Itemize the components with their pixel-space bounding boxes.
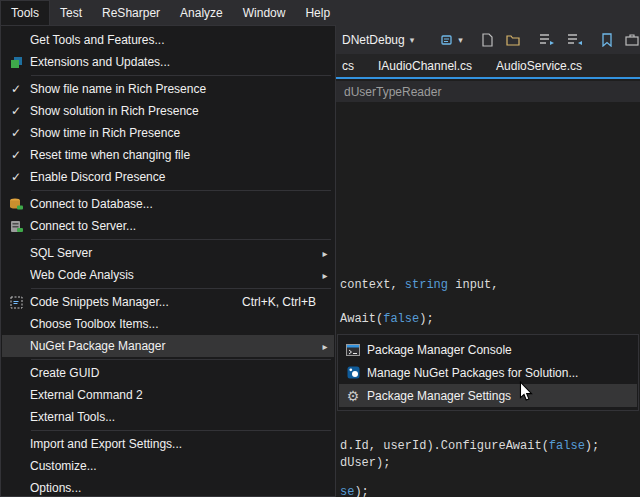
console-icon bbox=[339, 344, 367, 356]
menu-separator bbox=[31, 430, 331, 431]
menu-item-label: Options... bbox=[30, 481, 334, 495]
menubar-item-label: Analyze bbox=[180, 6, 223, 20]
menu-item-label: Code Snippets Manager... bbox=[30, 295, 242, 309]
menu-item-label: Reset time when changing file bbox=[30, 148, 334, 162]
menubar-item-label: ReSharper bbox=[102, 6, 160, 20]
code-token: dUser); bbox=[340, 456, 390, 470]
menu-item-label: Connect to Server... bbox=[30, 219, 334, 233]
code-token: false bbox=[383, 312, 419, 326]
menu-item-label: Connect to Database... bbox=[30, 197, 334, 211]
menu-item-connect-to-server[interactable]: Connect to Server... bbox=[2, 215, 334, 237]
chevron-down-icon: ▾ bbox=[410, 35, 415, 45]
code-token: se bbox=[340, 485, 354, 497]
menu-item-label: Manage NuGet Packages for Solution... bbox=[367, 366, 637, 380]
menu-item-label: SQL Server bbox=[30, 246, 316, 260]
menu-item-connect-to-database[interactable]: Connect to Database... bbox=[2, 193, 334, 215]
menu-item-options[interactable]: Options... bbox=[2, 477, 334, 497]
submenu-arrow-icon: ▸ bbox=[316, 248, 334, 259]
menu-item-create-guid[interactable]: Create GUID bbox=[2, 362, 334, 384]
submenu-arrow-icon: ▸ bbox=[316, 270, 334, 281]
breadcrumb: dUserTypeReader bbox=[344, 85, 441, 99]
menubar-item-label: Tools bbox=[11, 6, 39, 20]
menu-item-label: Get Tools and Features... bbox=[30, 33, 334, 47]
tab-partial[interactable]: cs bbox=[338, 54, 366, 77]
nuget-package-manager-submenu: Package Manager Console Manage NuGet Pac… bbox=[337, 334, 639, 411]
menu-separator bbox=[31, 239, 331, 240]
code-token: false bbox=[549, 439, 585, 453]
submenu-item-package-manager-settings[interactable]: ⚙ Package Manager Settings bbox=[339, 384, 637, 407]
menubar-item-tools[interactable]: Tools bbox=[0, 0, 50, 25]
menu-item-external-command-2[interactable]: External Command 2 bbox=[2, 384, 334, 406]
menubar-item-help[interactable]: Help bbox=[295, 0, 340, 25]
tab-audioservice[interactable]: AudioService.cs bbox=[484, 54, 594, 77]
menu-item-show-solution-rich-presence[interactable]: ✓ Show solution in Rich Presence bbox=[2, 100, 334, 122]
code-token: Await( bbox=[340, 312, 383, 326]
nuget-icon bbox=[339, 366, 367, 379]
tab-iaudiochannel[interactable]: IAudioChannel.cs bbox=[366, 54, 484, 77]
menubar-item-label: Help bbox=[305, 6, 330, 20]
menu-separator bbox=[31, 288, 331, 289]
comment-lines-icon[interactable] bbox=[536, 33, 558, 46]
code-token: context, bbox=[340, 278, 405, 292]
menu-item-enable-discord-presence[interactable]: ✓ Enable Discord Presence bbox=[2, 166, 334, 188]
menu-item-label: External Command 2 bbox=[30, 388, 334, 402]
menu-item-web-code-analysis[interactable]: Web Code Analysis ▸ bbox=[2, 264, 334, 286]
code-token: ); bbox=[419, 312, 433, 326]
chevron-down-icon: ▾ bbox=[458, 35, 463, 45]
code-token: input, bbox=[448, 278, 498, 292]
menubar-item-test[interactable]: Test bbox=[50, 0, 92, 25]
menu-item-shortcut: Ctrl+K, Ctrl+B bbox=[242, 295, 316, 309]
menu-item-external-tools[interactable]: External Tools... bbox=[2, 406, 334, 428]
menu-item-label: Customize... bbox=[30, 459, 334, 473]
tools-menu: Get Tools and Features... Extensions and… bbox=[0, 25, 336, 497]
tab-label: IAudioChannel.cs bbox=[378, 59, 472, 73]
submenu-item-manage-nuget-packages-for-solution[interactable]: Manage NuGet Packages for Solution... bbox=[339, 361, 637, 384]
server-icon bbox=[2, 220, 30, 233]
check-icon: ✓ bbox=[2, 126, 30, 140]
uncomment-lines-icon[interactable] bbox=[564, 33, 586, 46]
open-file-icon[interactable] bbox=[503, 33, 524, 47]
code-token: string bbox=[405, 278, 448, 292]
menu-item-choose-toolbox-items[interactable]: Choose Toolbox Items... bbox=[2, 313, 334, 335]
tab-label: AudioService.cs bbox=[496, 59, 582, 73]
check-icon: ✓ bbox=[2, 148, 30, 162]
menu-item-sql-server[interactable]: SQL Server ▸ bbox=[2, 242, 334, 264]
tab-label: cs bbox=[342, 59, 354, 73]
menu-item-import-export-settings[interactable]: Import and Export Settings... bbox=[2, 433, 334, 455]
menubar-item-analyze[interactable]: Analyze bbox=[170, 0, 233, 25]
menu-item-label: Package Manager Console bbox=[367, 343, 637, 357]
menu-item-label: Show time in Rich Presence bbox=[30, 126, 334, 140]
menu-item-show-file-name-rich-presence[interactable]: ✓ Show file name in Rich Presence bbox=[2, 78, 334, 100]
code-line: se); bbox=[340, 485, 369, 497]
check-icon: ✓ bbox=[2, 82, 30, 96]
menu-item-show-time-rich-presence[interactable]: ✓ Show time in Rich Presence bbox=[2, 122, 334, 144]
menu-item-code-snippets-manager[interactable]: Code Snippets Manager... Ctrl+K, Ctrl+B bbox=[2, 291, 334, 313]
menu-item-nuget-package-manager[interactable]: NuGet Package Manager ▸ bbox=[2, 335, 334, 357]
menu-item-customize[interactable]: Customize... bbox=[2, 455, 334, 477]
debug-target-dropdown[interactable]: DNetDebug ▾ bbox=[338, 31, 418, 49]
submenu-item-package-manager-console[interactable]: Package Manager Console bbox=[339, 338, 637, 361]
extensions-icon bbox=[2, 56, 30, 69]
attach-to-process-icon[interactable]: ▾ bbox=[438, 33, 466, 47]
menu-item-extensions-and-updates[interactable]: Extensions and Updates... bbox=[2, 51, 334, 73]
debug-target-label: DNetDebug bbox=[342, 33, 405, 47]
menu-item-get-tools-and-features[interactable]: Get Tools and Features... bbox=[2, 29, 334, 51]
menubar-item-window[interactable]: Window bbox=[233, 0, 296, 25]
code-line: Await(false); bbox=[340, 312, 434, 326]
menu-item-label: Import and Export Settings... bbox=[30, 437, 334, 451]
menubar-item-resharper[interactable]: ReSharper bbox=[92, 0, 170, 25]
menu-item-label: Package Manager Settings bbox=[367, 389, 637, 403]
code-line: d.Id, userId).ConfigureAwait(false); bbox=[340, 439, 599, 453]
menu-item-label: Web Code Analysis bbox=[30, 268, 316, 282]
toolbox-icon[interactable] bbox=[622, 33, 640, 46]
menu-separator bbox=[31, 190, 331, 191]
menu-item-label: Create GUID bbox=[30, 366, 334, 380]
code-token: ); bbox=[585, 439, 599, 453]
menu-item-label: Choose Toolbox Items... bbox=[30, 317, 334, 331]
new-file-icon[interactable] bbox=[478, 33, 497, 47]
menu-item-reset-time-when-changing-file[interactable]: ✓ Reset time when changing file bbox=[2, 144, 334, 166]
code-line: dUser); bbox=[340, 456, 390, 470]
menu-item-label: Show file name in Rich Presence bbox=[30, 82, 334, 96]
submenu-arrow-icon: ▸ bbox=[316, 341, 334, 352]
bookmark-icon[interactable] bbox=[598, 33, 616, 47]
